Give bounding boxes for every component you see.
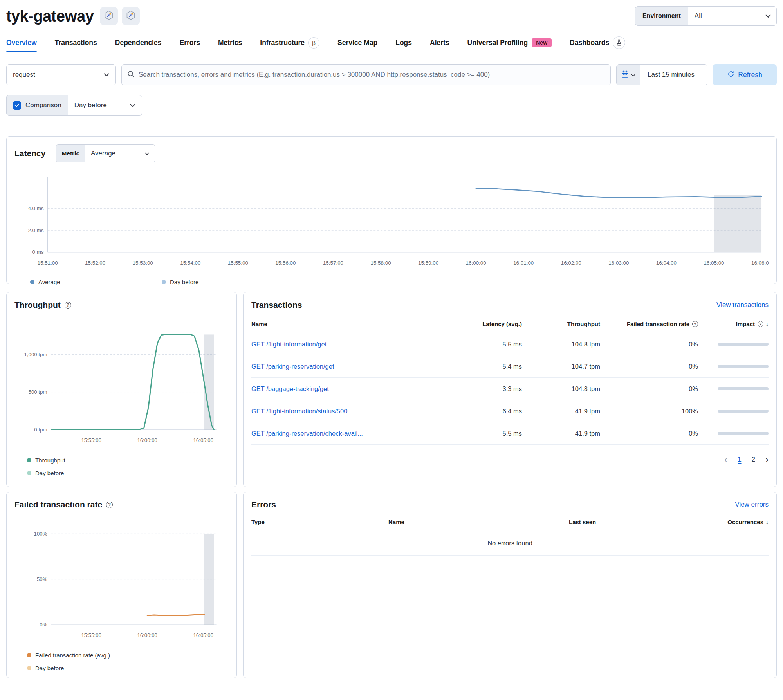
latency-value: 3.3 ms: [455, 385, 522, 393]
search-icon: [127, 70, 135, 79]
errors-title: Errors: [251, 500, 276, 509]
latency-value: 5.5 ms: [455, 430, 522, 437]
view-errors-link[interactable]: View errors: [735, 501, 769, 509]
svg-text:1,000 tpm: 1,000 tpm: [24, 352, 47, 357]
third-row: Failed transaction rate 0%50%100%15:55:0…: [6, 492, 777, 678]
throughput-value: 104.8 tpm: [522, 385, 600, 393]
latency-value: 5.4 ms: [455, 363, 522, 370]
chevron-down-icon: [765, 7, 776, 25]
table-row: GET /flight-information/status/500 6.4 m…: [251, 400, 769, 422]
agent-badge-button[interactable]: [100, 7, 118, 25]
legend-item-average[interactable]: Average: [30, 279, 162, 285]
column-header-type[interactable]: Type: [251, 519, 388, 525]
failed-rate-value: 0%: [600, 430, 698, 437]
column-header-latency[interactable]: Latency (avg.): [455, 321, 522, 327]
legend-dot: [27, 666, 31, 670]
column-header-throughput[interactable]: Throughput: [522, 321, 600, 327]
table-row: GET /flight-information/get 5.5 ms 104.8…: [251, 333, 769, 355]
table-row: GET /parking-reservation/check-avail... …: [251, 422, 769, 445]
svg-text:500 tpm: 500 tpm: [29, 389, 47, 395]
column-header-impact[interactable]: Impact ↓: [698, 321, 769, 327]
latency-value: 5.5 ms: [455, 341, 522, 348]
legend-item-day-before[interactable]: Day before: [27, 470, 229, 476]
column-header-last-seen[interactable]: Last seen: [569, 519, 698, 525]
date-picker[interactable]: Last 15 minutes: [616, 64, 707, 85]
svg-text:0%: 0%: [40, 622, 47, 628]
column-header-failed-rate[interactable]: Failed transaction rate: [600, 321, 698, 327]
latency-value: 6.4 ms: [455, 408, 522, 415]
tab-transactions[interactable]: Transactions: [55, 34, 97, 52]
tab-errors[interactable]: Errors: [179, 34, 200, 52]
tab-logs[interactable]: Logs: [395, 34, 412, 52]
page-title: tyk-gateway: [6, 7, 94, 25]
calendar-segment[interactable]: [617, 65, 640, 85]
errors-panel: Errors View errors Type Name Last seen O…: [243, 492, 777, 678]
page-number-2[interactable]: 2: [752, 456, 755, 464]
comparison-control[interactable]: Comparison Day before: [6, 95, 142, 116]
svg-text:15:58:00: 15:58:00: [370, 260, 391, 266]
column-header-name[interactable]: Name: [388, 519, 569, 525]
view-transactions-link[interactable]: View transactions: [716, 301, 769, 309]
latency-metric-select[interactable]: Metric Average: [56, 144, 155, 162]
failed-rate-legend: Failed transaction rate (avg.) Day befor…: [14, 652, 229, 671]
latency-panel: Latency Metric Average 0 ms2.0 ms4.0 ms1…: [6, 136, 777, 284]
throughput-chart: 0 tpm500 tpm1,000 tpm15:55:0016:00:0016:…: [14, 316, 229, 450]
transaction-link[interactable]: GET /parking-reservation/check-avail...: [251, 430, 363, 437]
tab-service-map[interactable]: Service Map: [337, 34, 377, 52]
svg-text:15:51:00: 15:51:00: [38, 260, 58, 266]
svg-text:16:00:00: 16:00:00: [137, 632, 157, 638]
tab-overview[interactable]: Overview: [6, 34, 37, 52]
impact-bar: [718, 432, 769, 435]
next-page-arrow[interactable]: ›: [765, 455, 769, 464]
comparison-checkbox-segment[interactable]: Comparison: [7, 95, 68, 115]
help-icon[interactable]: [758, 321, 763, 327]
refresh-button[interactable]: Refresh: [713, 64, 777, 85]
throughput-value: 104.8 tpm: [522, 341, 600, 348]
comparison-value-select[interactable]: Day before: [68, 95, 142, 115]
failed-rate-value: 0%: [600, 385, 698, 393]
throughput-panel: Throughput 0 tpm500 tpm1,000 tpm15:55:00…: [6, 292, 237, 487]
search-scope-select[interactable]: request: [6, 64, 116, 85]
impact-bar: [718, 410, 769, 413]
svg-text:15:56:00: 15:56:00: [275, 260, 296, 266]
svg-text:16:06:00: 16:06:00: [751, 260, 769, 266]
throughput-chart-svg: 0 tpm500 tpm1,000 tpm15:55:0016:00:0016:…: [14, 316, 229, 450]
previous-page-arrow[interactable]: ‹: [724, 455, 727, 464]
legend-item-day-before[interactable]: Day before: [162, 279, 198, 285]
page-number-1[interactable]: 1: [738, 456, 741, 464]
legend-item-throughput[interactable]: Throughput: [27, 457, 229, 464]
help-icon[interactable]: [692, 321, 698, 327]
tab-infrastructure[interactable]: Infrastructure β: [260, 34, 319, 52]
tab-dashboards[interactable]: Dashboards: [570, 34, 625, 52]
legend-item-failed-rate[interactable]: Failed transaction rate (avg.): [27, 652, 229, 659]
environment-select[interactable]: Environment All: [635, 6, 777, 26]
transaction-link[interactable]: GET /flight-information/get: [251, 341, 327, 348]
transaction-link[interactable]: GET /flight-information/status/500: [251, 408, 347, 415]
transaction-link[interactable]: GET /parking-reservation/get: [251, 363, 334, 370]
svg-text:16:01:00: 16:01:00: [513, 260, 534, 266]
failed-transaction-rate-panel: Failed transaction rate 0%50%100%15:55:0…: [6, 492, 237, 678]
comparison-checkbox[interactable]: [13, 101, 21, 110]
time-range-value[interactable]: Last 15 minutes: [640, 65, 707, 85]
svg-text:16:05:00: 16:05:00: [193, 437, 213, 443]
transaction-link[interactable]: GET /baggage-tracking/get: [251, 385, 329, 393]
tab-alerts[interactable]: Alerts: [430, 34, 449, 52]
environment-label: Environment: [635, 7, 688, 25]
chevron-down-icon: [144, 150, 150, 157]
search-box: [121, 64, 611, 85]
agent-badge-button-2[interactable]: [122, 7, 140, 25]
svg-text:15:53:00: 15:53:00: [133, 260, 153, 266]
chevron-down-icon: [631, 71, 635, 78]
errors-table: Type Name Last seen Occurrences ↓ No err…: [251, 519, 769, 556]
tab-dependencies[interactable]: Dependencies: [115, 34, 162, 52]
tab-universal-profiling[interactable]: Universal Profiling New: [467, 34, 552, 52]
tab-metrics[interactable]: Metrics: [218, 34, 242, 52]
legend-item-day-before[interactable]: Day before: [27, 665, 229, 671]
help-icon[interactable]: [65, 302, 71, 309]
svg-text:15:55:00: 15:55:00: [81, 437, 101, 443]
search-input[interactable]: [139, 71, 605, 79]
column-header-occurrences[interactable]: Occurrences ↓: [698, 519, 769, 525]
column-header-name[interactable]: Name: [251, 321, 455, 327]
help-icon[interactable]: [106, 502, 113, 508]
transactions-panel: Transactions View transactions Name Late…: [243, 292, 777, 487]
